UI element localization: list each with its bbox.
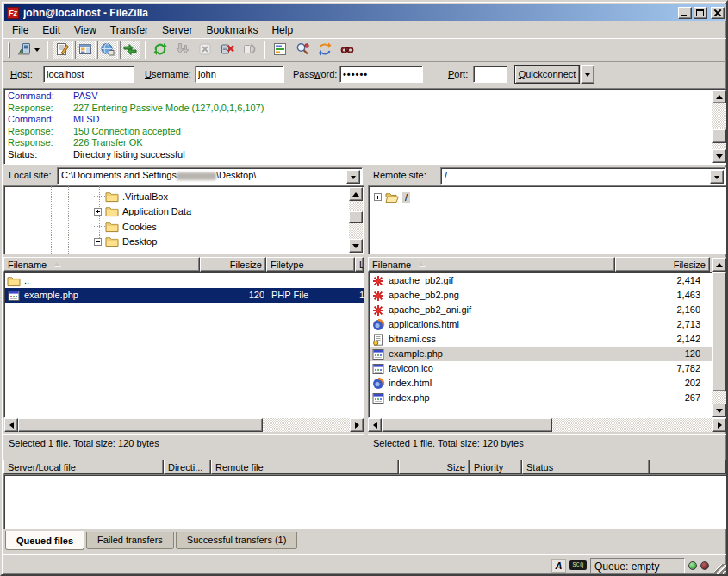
tree-expander-minus-icon[interactable]	[94, 238, 102, 246]
column-header-size[interactable]: Size	[399, 460, 470, 474]
local-tree-scrollbar[interactable]	[349, 187, 363, 253]
maximize-icon	[696, 9, 704, 16]
resize-grip[interactable]	[714, 564, 726, 576]
log-scroll-thumb[interactable]	[712, 129, 726, 143]
reconnect-button[interactable]	[240, 41, 260, 59]
find-files-button[interactable]	[337, 41, 358, 59]
column-header-filesize[interactable]: Filesize	[200, 257, 266, 272]
remote-list-h-scroll-left-button[interactable]	[368, 418, 382, 432]
remote-file-row[interactable]: example.php120	[370, 347, 713, 361]
remote-list-h-scrollbar[interactable]	[368, 418, 726, 432]
synchronized-browsing-button[interactable]	[314, 41, 335, 59]
column-header-filename[interactable]: Filename	[3, 257, 200, 272]
remote-list-scroll-down-button[interactable]	[712, 404, 726, 417]
menu-help[interactable]: Help	[264, 22, 300, 38]
toggle-transfer-queue-button[interactable]	[120, 41, 140, 59]
maximize-button[interactable]	[694, 7, 707, 19]
speed-limits-icon[interactable]: SCQ	[569, 560, 587, 570]
toggle-message-log-button[interactable]	[53, 41, 73, 59]
username-input[interactable]	[195, 66, 284, 83]
directory-listing-filters-button[interactable]	[270, 41, 290, 59]
menu-view[interactable]: View	[67, 22, 103, 38]
log-scroll-up-button[interactable]	[712, 90, 726, 103]
local-tree-item[interactable]: Desktop	[94, 235, 157, 249]
remote-file-row[interactable]: applications.html2,713	[370, 317, 713, 332]
column-header-directi-[interactable]: Directi...	[164, 460, 211, 474]
local-tree-item[interactable]: .VirtualBox	[94, 189, 168, 203]
local-file-row[interactable]: ..	[5, 273, 364, 288]
log-scrollbar[interactable]	[712, 90, 726, 163]
remote-site-dropdown-icon[interactable]	[710, 170, 724, 184]
column-header-priority[interactable]: Priority	[470, 460, 522, 474]
title-bar[interactable]: Fz john@localhost - FileZilla	[4, 4, 727, 21]
remote-file-row[interactable]: apache_pb2.gif2,414	[370, 273, 713, 288]
menu-bookmarks[interactable]: Bookmarks	[199, 22, 264, 38]
directory-comparison-button[interactable]	[292, 41, 313, 59]
column-header-status[interactable]: Status	[522, 460, 650, 474]
column-header-l[interactable]: L	[355, 257, 364, 272]
column-header-label: Filename	[372, 260, 411, 270]
local-directory-tree: .VirtualBoxApplication DataCookiesDeskto…	[3, 185, 364, 254]
log-line-label: Command:	[8, 114, 73, 126]
menu-edit[interactable]: Edit	[35, 22, 67, 38]
tree-expander-plus-icon[interactable]	[374, 193, 382, 201]
refresh-button[interactable]	[150, 41, 171, 59]
host-input[interactable]	[43, 66, 134, 83]
local-list-h-scrollbar[interactable]	[4, 418, 364, 432]
quickconnect-button[interactable]: Quickconnect	[514, 65, 580, 84]
remote-list-scroll-up-button[interactable]	[712, 258, 726, 272]
dropdown-arrow-icon[interactable]	[34, 48, 40, 54]
log-scroll-down-button[interactable]	[712, 149, 726, 163]
toolbar-grip[interactable]	[8, 42, 10, 58]
local-site-combo[interactable]: C:\Documents and Settings\Desktop\	[57, 167, 363, 185]
menu-file[interactable]: File	[5, 22, 35, 38]
toggle-remote-tree-button[interactable]	[97, 41, 118, 59]
transfer-type-indicator-icon[interactable]: A	[551, 559, 566, 573]
close-button[interactable]	[711, 7, 725, 19]
local-tree-item[interactable]: Cookies	[94, 219, 157, 234]
file-name-text: apache_pb2.png	[389, 288, 459, 303]
toggle-local-tree-button[interactable]	[75, 41, 96, 59]
local-list-h-scroll-thumb[interactable]	[18, 418, 263, 432]
local-list-h-scroll-right-button[interactable]	[350, 418, 364, 432]
tab-failed-transfers[interactable]: Failed transfers	[86, 532, 174, 549]
remote-list-h-scroll-right-button[interactable]	[712, 418, 726, 432]
remote-file-row[interactable]: bitnami.css2,142	[370, 332, 713, 347]
local-file-row[interactable]: example.php120PHP File1	[5, 288, 364, 303]
remote-site-combo[interactable]: /	[440, 167, 726, 185]
minimize-button[interactable]	[678, 7, 692, 19]
remote-list-scroll-thumb[interactable]	[712, 272, 726, 391]
quickconnect-dropdown-button[interactable]	[581, 65, 594, 84]
remote-file-row[interactable]: apache_pb2.png1,463	[370, 288, 713, 303]
site-manager-button[interactable]	[14, 41, 43, 59]
local-tree-scroll-thumb[interactable]	[349, 211, 363, 223]
tab-successful-transfers-1-[interactable]: Successful transfers (1)	[176, 532, 298, 549]
column-header-filename[interactable]: Filename	[368, 257, 615, 272]
cancel-operation-button[interactable]	[195, 41, 215, 59]
menu-transfer[interactable]: Transfer	[103, 22, 155, 38]
remote-tree-root-item[interactable]: /	[374, 190, 410, 204]
remote-file-row[interactable]: apache_pb2_ani.gif2,160	[370, 303, 713, 317]
password-input[interactable]	[339, 66, 423, 83]
remote-file-row[interactable]: index.php267	[370, 391, 713, 405]
column-header-server-local-file[interactable]: Server/Local file	[3, 460, 164, 474]
remote-file-row[interactable]: index.html202	[370, 376, 713, 391]
column-header-remote-file[interactable]: Remote file	[211, 460, 399, 474]
remote-list-scrollbar[interactable]	[712, 258, 726, 417]
remote-list-h-scroll-thumb[interactable]	[382, 418, 552, 432]
local-tree-scroll-down-button[interactable]	[349, 239, 363, 253]
process-queue-button[interactable]	[172, 41, 193, 59]
local-site-dropdown-icon[interactable]	[346, 170, 360, 184]
tab-queued-files[interactable]: Queued files	[5, 531, 84, 550]
tree-expander-plus-icon[interactable]	[94, 208, 102, 216]
port-input[interactable]	[473, 66, 507, 83]
local-tree-item[interactable]: Application Data	[94, 204, 191, 219]
local-tree-scroll-up-button[interactable]	[349, 187, 363, 201]
column-header-filetype[interactable]: Filetype	[266, 257, 355, 272]
column-header-filesize[interactable]: Filesize	[615, 257, 710, 272]
menu-server[interactable]: Server	[155, 22, 199, 38]
local-list-h-scroll-left-button[interactable]	[4, 418, 18, 432]
remote-file-row[interactable]: favicon.ico7,782	[370, 361, 713, 376]
disconnect-button[interactable]	[217, 41, 238, 59]
remote-tree-icon	[101, 42, 115, 58]
